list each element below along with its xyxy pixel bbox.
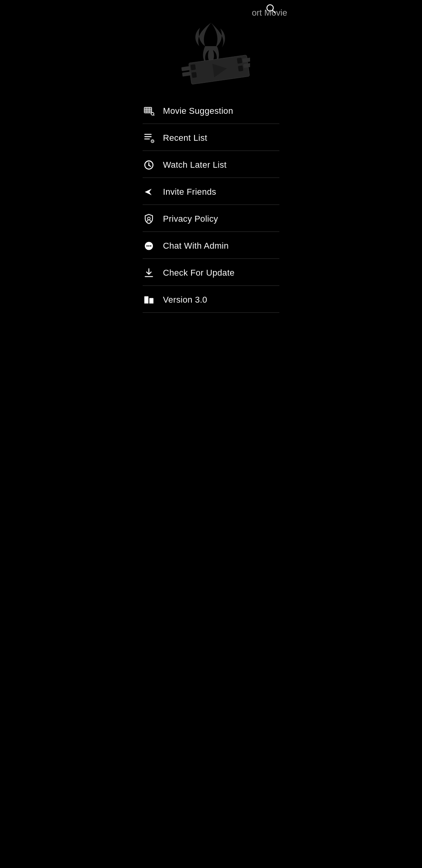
chat-admin-icon [143,240,155,252]
menu-list: Movie Suggestion Recent List [135,97,287,313]
svg-rect-21 [144,136,152,137]
svg-rect-8 [181,66,190,71]
svg-point-0 [267,5,273,11]
check-update-label: Check For Update [163,268,234,278]
svg-point-30 [148,217,150,220]
app-logo [172,21,250,91]
watch-later-label: Watch Later List [163,160,227,170]
search-icon [265,3,276,14]
svg-point-33 [148,245,150,247]
menu-item-privacy-policy[interactable]: Privacy Policy [143,205,279,232]
invite-friends-label: Invite Friends [163,187,216,197]
svg-line-19 [154,115,154,115]
svg-rect-9 [182,72,191,77]
main-screen: ort Movie [135,0,287,313]
watch-later-icon [143,159,155,171]
svg-rect-3 [190,64,196,70]
svg-point-34 [150,245,152,247]
svg-rect-6 [238,65,243,72]
menu-item-chat-admin[interactable]: Chat With Admin [143,232,279,259]
recent-list-label: Recent List [163,133,207,143]
movie-suggestion-label: Movie Suggestion [163,106,233,116]
svg-rect-5 [237,57,242,64]
invite-friends-icon [143,186,155,198]
recent-list-icon [143,132,155,144]
chat-admin-label: Chat With Admin [163,241,229,251]
privacy-policy-label: Privacy Policy [163,214,218,224]
version-label: Version 3.0 [163,295,207,305]
svg-rect-20 [144,134,152,135]
menu-item-watch-later[interactable]: Watch Later List [143,151,279,178]
logo-area [135,19,287,97]
menu-item-version: Version 3.0 [143,286,279,313]
menu-item-movie-suggestion[interactable]: Movie Suggestion [143,97,279,124]
movie-suggestion-icon [143,105,155,117]
menu-item-recent-list[interactable]: Recent List [143,124,279,151]
menu-item-invite-friends[interactable]: Invite Friends [143,178,279,205]
privacy-policy-icon [143,213,155,225]
svg-point-29 [148,164,150,166]
svg-rect-37 [144,296,148,304]
svg-rect-38 [149,298,154,303]
version-icon [143,294,155,306]
update-icon [143,267,155,279]
svg-point-32 [147,245,148,247]
svg-rect-4 [191,72,197,78]
search-button[interactable] [262,0,279,19]
svg-line-1 [273,11,275,13]
svg-rect-22 [144,138,150,139]
header: ort Movie [135,0,287,19]
menu-item-check-update[interactable]: Check For Update [143,259,279,286]
